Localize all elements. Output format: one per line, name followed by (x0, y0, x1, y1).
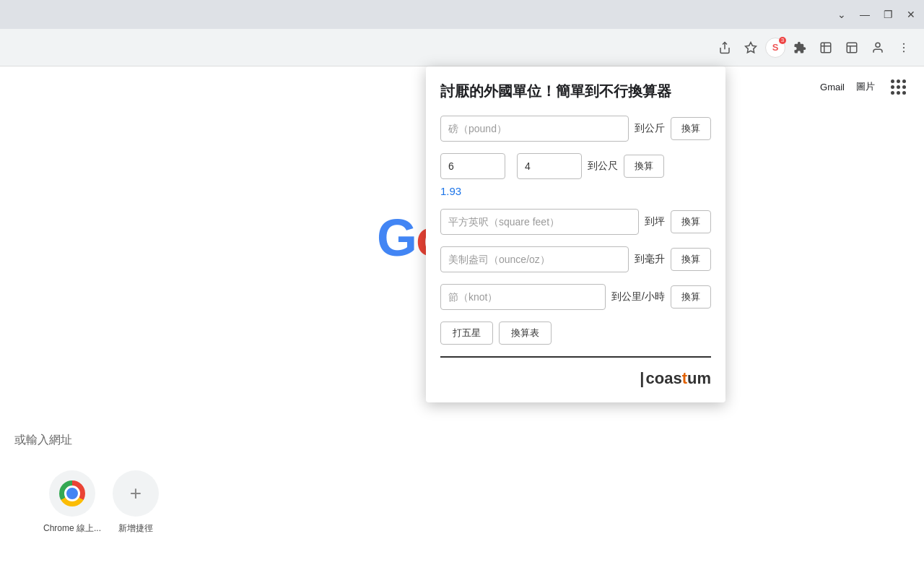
knot-convert-button[interactable]: 換算 (671, 285, 711, 309)
search-hint: 或輸入網址 (14, 433, 72, 448)
close-button[interactable]: ✕ (905, 9, 917, 20)
chrome-icon (59, 480, 85, 506)
pound-label: 到公斤 (635, 122, 665, 135)
chrome-icon-circle (49, 470, 95, 517)
chrome-shortcut-label: Chrome 線上... (43, 522, 101, 535)
sqft-converter-row: 到坪 換算 (440, 209, 711, 235)
images-link[interactable]: 圖片 (856, 80, 875, 93)
s-extension-icon[interactable]: S 3 (765, 38, 785, 58)
svg-marker-1 (746, 42, 757, 52)
svg-point-6 (903, 51, 905, 52)
converter-popup: 討厭的外國單位！簡單到不行換算器 到公斤 換算 到公尺 換算 1.93 到坪 換… (426, 66, 725, 402)
coast-text: coas (646, 369, 682, 388)
main-content: Gmail 圖片 Google 或輸入網址 (0, 66, 924, 578)
svg-point-4 (903, 43, 905, 44)
window-controls: ⌄ — ❐ ✕ (836, 9, 917, 20)
pound-convert-button[interactable]: 換算 (671, 117, 711, 140)
oz-convert-button[interactable]: 換算 (671, 248, 711, 271)
feet-converter-row: 到公尺 換算 (440, 153, 711, 179)
footer-buttons: 打五星 換算表 (440, 322, 711, 345)
knot-converter-row: 到公里/小時 換算 (440, 284, 711, 310)
pound-input[interactable] (440, 116, 629, 142)
shortcuts: Chrome 線上... + 新增捷徑 (43, 470, 159, 535)
add-shortcut-circle: + (113, 470, 159, 517)
knot-input[interactable] (440, 284, 606, 310)
feet-label: 到公尺 (588, 160, 618, 173)
svg-rect-2 (847, 43, 857, 53)
t-letter: t (682, 369, 687, 388)
feet-result: 1.93 (440, 185, 711, 197)
pound-converter-row: 到公斤 換算 (440, 116, 711, 142)
coastum-logo: | coastum (440, 369, 711, 388)
coastum-bar: | (640, 369, 644, 388)
add-shortcut[interactable]: + 新增捷徑 (113, 470, 159, 535)
sqft-label: 到坪 (645, 215, 665, 228)
inches-input[interactable] (517, 153, 582, 179)
knot-label: 到公里/小時 (611, 290, 665, 303)
chrome-shortcut[interactable]: Chrome 線上... (43, 470, 101, 535)
five-star-button[interactable]: 打五星 (440, 322, 493, 345)
sqft-convert-button[interactable]: 換算 (671, 210, 711, 233)
oz-input[interactable] (440, 246, 629, 272)
extensions-icon[interactable] (788, 36, 811, 59)
oz-converter-row: 到毫升 換算 (440, 246, 711, 272)
add-shortcut-label: 新增捷徑 (118, 522, 153, 535)
google-apps-icon[interactable] (886, 75, 910, 98)
gmail-link[interactable]: Gmail (820, 82, 845, 92)
coastum-divider: | coastum (440, 356, 711, 388)
um-text: um (687, 369, 711, 388)
reader-mode-icon[interactable] (840, 36, 863, 59)
menu-icon[interactable] (892, 36, 915, 59)
title-bar: ⌄ — ❐ ✕ (0, 0, 924, 29)
bookmark-icon[interactable] (739, 36, 762, 59)
restore-button[interactable]: ❐ (882, 9, 894, 20)
sqft-input[interactable] (440, 209, 639, 235)
svg-point-3 (876, 43, 880, 47)
share-icon[interactable] (713, 36, 736, 59)
feet-input[interactable] (440, 153, 505, 179)
oz-label: 到毫升 (635, 253, 665, 266)
profile-icon[interactable] (866, 36, 889, 59)
chevron-down-icon[interactable]: ⌄ (836, 9, 847, 20)
popup-title: 討厭的外國單位！簡單到不行換算器 (440, 81, 711, 101)
minimize-button[interactable]: — (859, 9, 871, 20)
feet-convert-button[interactable]: 換算 (624, 155, 664, 178)
labs-icon[interactable] (814, 36, 837, 59)
toolbar: S 3 (0, 29, 924, 66)
plus-icon: + (130, 482, 141, 505)
svg-point-5 (903, 46, 905, 48)
conversion-table-button[interactable]: 換算表 (499, 322, 552, 345)
